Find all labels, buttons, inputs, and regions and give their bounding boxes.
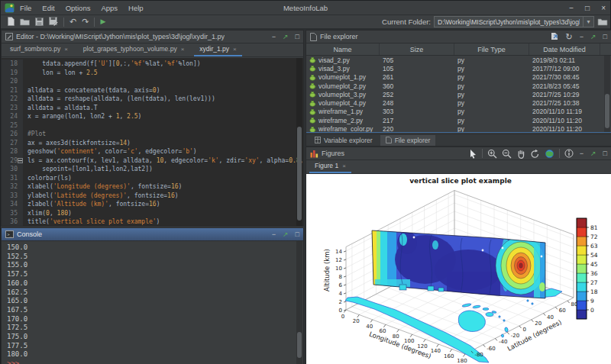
rotate-icon[interactable] [530, 149, 540, 159]
code-text: sepoint=[lon1,lat1,lon2,lat2]) [23, 165, 153, 174]
code-text [23, 77, 27, 86]
figure-plot-area[interactable]: 02468101214Altitude (km)0204060801001201… [306, 174, 611, 364]
run-script-button[interactable]: ▶ [100, 18, 105, 26]
column-header-size[interactable]: Size [380, 43, 454, 55]
window-close-button[interactable]: × [601, 4, 606, 12]
table-cell: 261 [380, 73, 454, 81]
line-number: 18 [2, 60, 23, 69]
menu-edit[interactable]: Edit [37, 1, 60, 14]
console-scrollbar[interactable] [296, 241, 302, 364]
py-file-icon [309, 56, 316, 63]
column-header-name[interactable]: Name [306, 43, 380, 55]
editor-tab-plot_grapes_typhoon_volume.py[interactable]: plot_grapes_typhoon_volume.py× [78, 43, 190, 56]
code-editor[interactable]: 18 tdata.append(f['U'][0,:,'%f'%lat,'%f'… [2, 58, 303, 226]
editor-scrollbar[interactable] [296, 58, 302, 226]
current-folder-input[interactable] [434, 16, 584, 27]
undo-button[interactable]: ↶ [70, 18, 76, 26]
figures-panel-header: Figures − ↗ □ [306, 147, 611, 160]
table-row[interactable]: visad_2.py705py2019/9/3 02:11 [306, 56, 605, 64]
column-header-date-modified[interactable]: Date Modified [529, 43, 600, 55]
console-minimize-button[interactable]: − [272, 230, 276, 238]
table-cell: 2020/11/10 11:19 [529, 108, 600, 115]
refresh-button[interactable]: ↻ [566, 32, 573, 42]
cursor-tool-icon[interactable] [468, 149, 477, 159]
bottom-tab-variable-explorer[interactable]: Variable explorer [309, 135, 378, 146]
table-row[interactable]: wireframe_1.py303py2020/11/10 11:19 [306, 108, 605, 116]
figures-minimize-button[interactable]: − [580, 150, 584, 157]
window-maximize-button[interactable]: □ [585, 4, 590, 12]
zoom-out-icon[interactable] [502, 149, 512, 159]
save-as-button[interactable] [49, 15, 58, 29]
menu-apps[interactable]: Apps [95, 1, 123, 14]
file-name-cell: visad_2.py [306, 56, 380, 64]
folder-dropdown-button[interactable]: ▾ [584, 16, 594, 27]
menu-help[interactable]: Help [123, 1, 149, 14]
editor-tab-xydir_1.py[interactable]: xydir_1.py× [194, 43, 241, 56]
table-row[interactable]: volumeplot_1.py261py2021/7/30 08:45 [306, 73, 605, 82]
close-icon[interactable]: × [342, 163, 346, 169]
close-icon[interactable]: × [64, 46, 68, 53]
pan-hand-icon[interactable] [516, 149, 525, 159]
svg-text:-20: -20 [511, 333, 519, 339]
editor-minimize-button[interactable]: − [272, 33, 276, 40]
table-cell: py [454, 56, 529, 64]
bottom-tab-file-explorer[interactable]: File explorer [380, 135, 436, 146]
table-row[interactable]: volumeplot_4.py248py2021/7/25 10:38 [306, 98, 605, 107]
table-row[interactable]: volumeplot_2.py360py2021/8/23 05:45 [306, 82, 605, 90]
editor-icon [5, 33, 13, 40]
code-text: ax = axes3d(tickfontsize=14) [23, 139, 131, 148]
editor-tab-label: plot_grapes_typhoon_volume.py [83, 45, 177, 53]
console-scrollbar-thumb[interactable] [297, 332, 302, 358]
console-prompt: >>> [7, 359, 303, 364]
file-explorer-float-button[interactable]: ↗ [590, 33, 596, 40]
table-cell: 2021/7/30 08:45 [529, 73, 600, 81]
editor-scrollbar-thumb[interactable] [297, 127, 302, 221]
browse-folder-button[interactable] [597, 18, 608, 26]
open-in-editor-button[interactable] [551, 32, 559, 42]
console-output[interactable]: 150.0152.5155.0157.5160.0162.5165.0167.5… [2, 241, 303, 364]
figures-float-button[interactable]: ↗ [590, 150, 596, 157]
new-file-button[interactable] [7, 15, 15, 29]
line-number: 29 [2, 156, 23, 166]
svg-text:9: 9 [590, 298, 594, 304]
file-table-scrollbar-thumb[interactable] [605, 94, 609, 128]
tab-figure-1[interactable]: Figure 1 × [309, 160, 351, 173]
zoom-in-icon[interactable] [487, 149, 497, 159]
table-cell: 252 [380, 91, 454, 98]
table-row[interactable]: volumeplot_3.py252py2021/7/25 10:29 [306, 90, 605, 98]
editor-float-button[interactable]: ↗ [283, 33, 289, 40]
svg-text:63: 63 [590, 243, 598, 250]
open-folder-button[interactable] [20, 15, 30, 29]
table-row[interactable]: wireframe_2.py217py2020/11/10 11:20 [306, 116, 605, 124]
figures-maximize-button[interactable]: □ [603, 150, 607, 157]
menu-file[interactable]: File [15, 1, 37, 14]
file-explorer-minimize-button[interactable]: − [580, 33, 584, 40]
code-line: 24x = arange(lon1, lon2 + 1, 2.5) [2, 112, 303, 121]
window-minimize-button[interactable]: − [569, 4, 574, 12]
close-icon[interactable]: × [233, 46, 237, 53]
file-table-scrollbar[interactable] [604, 56, 610, 132]
code-line: 23alldata = alldata.T [2, 104, 303, 113]
menu-options[interactable]: Options [60, 1, 96, 14]
table-cell: py [454, 82, 529, 90]
fold-marker[interactable] [18, 158, 23, 163]
code-line: 31colorbar(ls) [2, 174, 303, 183]
figures-toolbar-separator [559, 149, 560, 158]
svg-text:14: 14 [335, 249, 342, 255]
column-header-file-type[interactable]: File Type [454, 43, 529, 55]
console-maximize-button[interactable]: □ [296, 230, 299, 238]
editor-tab-surf_sombrero.py[interactable]: surf_sombrero.py× [5, 43, 73, 56]
redo-button[interactable]: ↷ [82, 18, 89, 26]
save-button[interactable] [35, 15, 44, 29]
globe-icon[interactable] [545, 149, 554, 159]
close-icon[interactable]: × [181, 46, 185, 53]
table-row[interactable]: visad_3.py105py2017/7/12 09:00 [306, 64, 605, 72]
file-explorer-maximize-button[interactable]: □ [603, 33, 607, 40]
info-icon[interactable] [564, 149, 574, 158]
table-row[interactable]: wireframe_color.py220py2020/11/10 11:20 [306, 124, 605, 132]
console-float-button[interactable]: ↗ [283, 230, 289, 238]
file-name-cell: volumeplot_3.py [306, 91, 380, 98]
figure-tab-bar: Figure 1 × [306, 160, 611, 174]
meteoinfolab-window: MeteoInfoLab FileEditOptionsAppsHelp − □… [0, 0, 611, 364]
editor-maximize-button[interactable]: □ [296, 33, 299, 40]
